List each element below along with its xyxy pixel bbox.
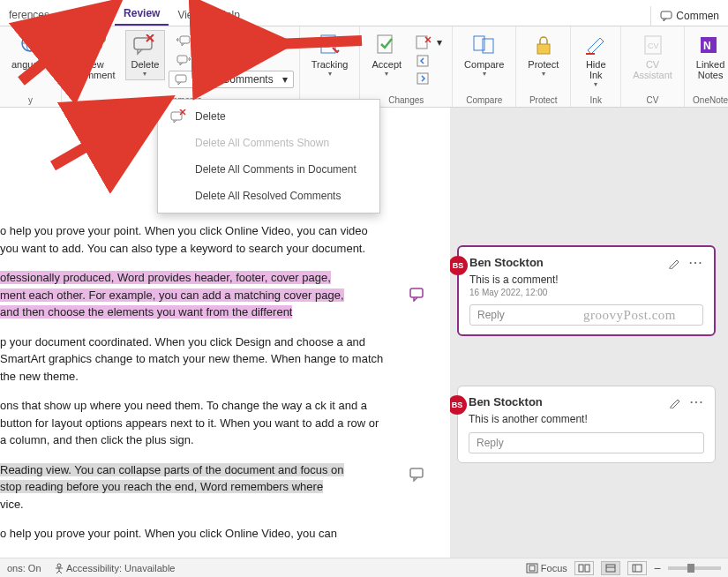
group-label-compare: Compare (466, 95, 502, 105)
comment-anchor-icon[interactable] (409, 468, 450, 482)
svg-rect-14 (378, 35, 392, 53)
svg-rect-31 (529, 566, 535, 571)
svg-rect-16 (417, 56, 428, 66)
reply-placeholder: Reply (477, 437, 504, 449)
view-web-layout[interactable] (627, 561, 647, 575)
svg-text:CV: CV (648, 41, 659, 50)
onenote-icon: N (698, 33, 723, 57)
tab-help[interactable]: Help (209, 4, 249, 26)
menu-delete-shown: Delete All Comments Shown (158, 130, 379, 156)
more-icon[interactable]: ··· (690, 396, 704, 408)
zoom-slider[interactable] (668, 566, 721, 570)
svg-rect-9 (176, 75, 186, 82)
edit-icon[interactable] (669, 396, 681, 408)
protect-button[interactable]: Protect ▾ (522, 30, 565, 80)
comment-button-top[interactable]: Commen (650, 6, 728, 26)
svg-text:N: N (703, 40, 711, 52)
comment-author: Ben Stockton (469, 256, 544, 269)
comments-pane: BS Ben Stockton ··· This is a comment! 1… (450, 108, 728, 558)
comment-icon (660, 11, 672, 21)
svg-rect-17 (417, 73, 428, 84)
paragraph-highlighted-gray: Reading view. You can collapse parts of … (0, 461, 385, 513)
reply-input[interactable]: Reply groovyPost.com (469, 304, 703, 326)
comment-anchor-icon[interactable] (409, 288, 450, 302)
menu-delete-label: Delete (195, 110, 226, 123)
svg-rect-34 (606, 565, 615, 572)
focus-icon (526, 563, 538, 573)
compare-label: Compare (464, 59, 504, 70)
svg-point-29 (57, 564, 61, 567)
menu-delete-resolved-label: Delete All Resolved Comments (195, 190, 341, 202)
comment-gutter (388, 108, 450, 558)
previous-icon (176, 35, 191, 46)
view-print-layout[interactable] (601, 561, 620, 575)
accept-label: Accept (372, 59, 402, 70)
svg-rect-36 (633, 565, 642, 572)
edit-icon[interactable] (668, 257, 680, 269)
comment-icon (175, 74, 187, 85)
cv-assistant-button: CV CVAssistant (627, 30, 679, 83)
reply-input[interactable]: Reply (469, 432, 704, 453)
delete-comment-button[interactable]: Delete ▾ (125, 30, 166, 80)
comment-card[interactable]: BS Ben Stockton ··· This is another comm… (457, 386, 716, 463)
chevron-down-icon: ▾ (385, 70, 388, 78)
svg-rect-33 (585, 565, 589, 572)
hide-ink-icon (583, 33, 608, 57)
accessibility-icon (54, 563, 64, 573)
reject-button[interactable]: ▾ (411, 34, 447, 51)
menu-delete-resolved[interactable]: Delete All Resolved Comments (158, 183, 379, 209)
svg-line-40 (53, 106, 157, 166)
next-label: Next (196, 54, 218, 66)
svg-rect-28 (410, 468, 423, 477)
menu-delete-shown-label: Delete All Comments Shown (195, 137, 329, 149)
comment-top-label: Commen (676, 10, 719, 22)
chevron-down-icon: ▾ (483, 70, 486, 78)
focus-button[interactable]: Focus (526, 563, 567, 573)
chevron-down-icon: ▾ (542, 70, 545, 78)
group-label-changes: Changes (388, 95, 424, 105)
paragraph: p your document coordinated. When you cl… (0, 333, 385, 386)
next-change-icon (416, 72, 432, 85)
status-tracking[interactable]: ons: On (7, 563, 41, 573)
compare-button[interactable]: Compare ▾ (458, 30, 510, 80)
annotation-arrow (21, 2, 127, 90)
compare-icon (472, 33, 497, 57)
avatar: BS (450, 395, 467, 415)
annotation-arrow (265, 32, 371, 76)
avatar: BS (450, 256, 468, 275)
chevron-down-icon: ▾ (594, 80, 597, 88)
next-change-button[interactable] (411, 71, 447, 86)
menu-delete-in-document[interactable]: Delete All Comments in Document (158, 156, 379, 183)
svg-rect-8 (177, 56, 187, 63)
zoom-out-button[interactable]: − (654, 561, 661, 575)
tab-view[interactable]: View (169, 4, 209, 26)
linked-notes-button[interactable]: N LinkedNotes (690, 30, 728, 83)
view-read-mode[interactable] (574, 561, 594, 575)
svg-rect-20 (537, 44, 550, 54)
cv-icon: CV (641, 33, 665, 57)
previous-label: Previous (196, 34, 237, 47)
prev-change-icon (416, 55, 432, 67)
comment-date: 16 May 2022, 12:00 (469, 288, 703, 297)
accept-button[interactable]: Accept ▾ (365, 30, 408, 80)
more-icon[interactable]: ··· (689, 257, 703, 269)
svg-line-38 (21, 11, 108, 81)
status-accessibility[interactable]: Accessibility: Unavailable (54, 563, 176, 573)
lock-icon (531, 33, 556, 57)
paragraph: o help you prove your point. When you cl… (0, 525, 385, 543)
hide-ink-button[interactable]: HideInk ▾ (576, 30, 615, 91)
menu-delete[interactable]: Delete (158, 103, 379, 130)
watermark-text: groovyPost.com (583, 308, 676, 323)
svg-rect-0 (661, 11, 672, 19)
annotation-arrow (53, 95, 176, 175)
accept-icon (374, 33, 399, 57)
status-bar: ons: On Accessibility: Unavailable Focus… (0, 558, 728, 577)
chevron-down-icon: ▾ (143, 70, 146, 78)
comment-card-active[interactable]: BS Ben Stockton ··· This is a comment! 1… (457, 245, 716, 336)
group-label-ink: Ink (590, 95, 602, 105)
prev-change-button[interactable] (411, 53, 447, 69)
group-label-y: y (28, 95, 33, 105)
svg-rect-27 (410, 288, 423, 297)
group-label-protect: Protect (529, 95, 558, 105)
paragraph-highlighted: ofessionally produced, Word provides hea… (0, 269, 385, 321)
